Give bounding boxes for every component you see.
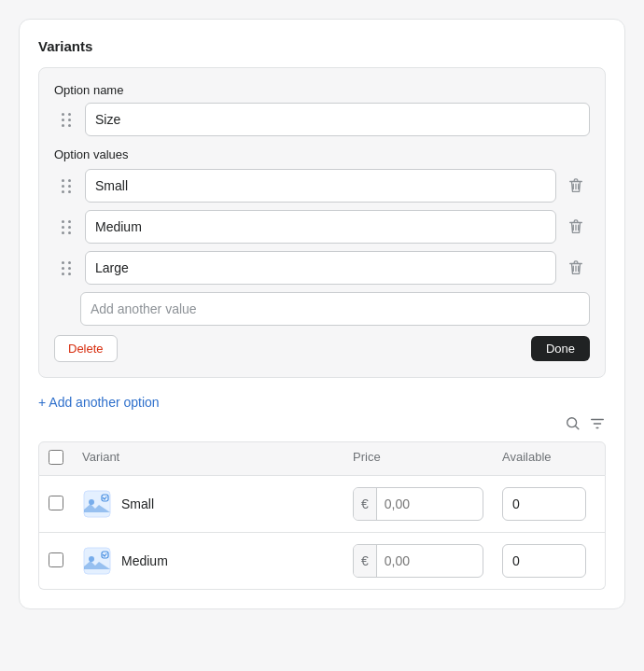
th-available: Available [493,450,605,468]
available-input-2[interactable]: 0 [502,544,586,578]
svg-point-0 [567,418,577,427]
td-price-2: € [343,544,493,578]
table-row: Small € 0 [38,476,606,533]
available-input-1[interactable]: 0 [502,487,586,521]
variant-name-text-2: Medium [121,553,168,568]
row-checkbox-1[interactable] [49,496,63,510]
table-header: Variant Price Available [38,441,606,476]
variants-panel: Variants Option name Option values [19,19,625,609]
card-footer: Delete Done [54,335,590,362]
delete-option-button[interactable]: Delete [54,335,118,362]
filter-icon[interactable] [589,415,606,436]
option-name-input[interactable] [85,103,590,136]
variant-name-cell-1: Small [82,489,334,519]
variant-image-icon-2[interactable] [82,546,112,576]
option-name-row [54,103,590,136]
option-name-label: Option name [54,83,590,97]
th-variant: Variant [73,450,343,468]
price-input-2[interactable] [377,545,452,577]
delete-value-btn-3[interactable] [562,259,590,276]
th-checkbox [39,450,73,468]
value-input-3[interactable] [85,251,556,285]
td-checkbox-1 [39,496,73,513]
add-value-row [54,292,590,326]
svg-point-5 [89,556,94,562]
price-input-wrap-2: € [353,544,483,578]
td-variant-1: Small [73,489,343,519]
search-icon[interactable] [565,415,581,436]
variant-name-text-1: Small [121,496,154,511]
add-option-link[interactable]: + Add another option [38,391,606,413]
value-row-3 [54,251,590,285]
table-toolbar [38,415,606,436]
done-button[interactable]: Done [531,336,590,361]
drag-handle-value-3[interactable] [54,259,79,277]
currency-symbol-2: € [354,545,377,577]
variant-name-cell-2: Medium [82,546,334,576]
value-input-1[interactable] [85,169,556,203]
drag-handle-value-1[interactable] [54,177,79,195]
select-all-checkbox[interactable] [49,450,63,465]
variants-table: Variant Price Available [38,441,606,590]
td-available-1: 0 [493,487,605,521]
value-row-2 [54,210,590,244]
td-price-1: € [343,487,493,521]
drag-handle-value-2[interactable] [54,218,79,236]
td-available-2: 0 [493,544,605,578]
th-price: Price [343,450,493,468]
price-input-1[interactable] [377,488,452,520]
price-input-wrap-1: € [353,487,483,521]
option-values-label: Option values [54,147,590,161]
td-checkbox-2 [39,552,73,570]
delete-value-btn-1[interactable] [562,177,590,194]
page-title: Variants [38,38,606,54]
add-value-input[interactable] [80,292,590,326]
currency-symbol-1: € [354,488,377,520]
delete-value-btn-2[interactable] [562,218,590,235]
row-checkbox-2[interactable] [49,552,63,567]
variant-image-icon-1[interactable] [82,489,112,519]
svg-point-2 [89,499,94,505]
table-row: Medium € 0 [38,533,606,590]
td-variant-2: Medium [73,546,343,576]
variant-card: Option name Option values [38,67,606,378]
value-row-1 [54,169,590,203]
value-input-2[interactable] [85,210,556,244]
drag-handle-name[interactable] [54,111,79,129]
